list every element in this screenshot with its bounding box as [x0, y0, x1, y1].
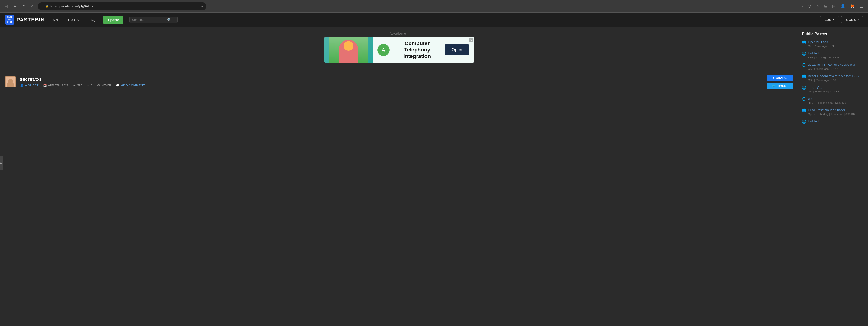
list-item: 🌐 gift HTML 5 | 41 min ago | 13.39 KB: [802, 97, 864, 105]
paste-list-title[interactable]: OpenMP Lab3: [808, 40, 838, 44]
menu-button[interactable]: ☰: [858, 3, 865, 10]
search-icon[interactable]: 🔍: [167, 18, 171, 22]
paste-list-title[interactable]: 45 سکریت: [808, 85, 839, 89]
paste-list-title[interactable]: Untitled: [808, 119, 818, 123]
share-twitter-button[interactable]: 🐦 TWEET: [767, 83, 793, 89]
sidebar: Public Pastes 🌐 OpenMP Lab3 C++ | 1 min …: [798, 27, 868, 132]
list-item: 🌐 Untitled: [802, 119, 864, 124]
paste-expiry-item: ⏱ NEVER: [97, 84, 111, 87]
globe-icon: 🌐: [802, 86, 806, 89]
ad-open-button[interactable]: Open: [445, 45, 469, 55]
header-right: LOGIN SIGN UP: [820, 16, 863, 23]
forward-button[interactable]: ▶: [11, 3, 18, 10]
globe-icon: 🌐: [802, 52, 806, 56]
pocket-button[interactable]: ⬡: [806, 3, 812, 9]
nav-faq[interactable]: FAQ: [87, 17, 97, 23]
paste-list-meta: C++ | 1 min ago | 3.71 KB: [808, 45, 838, 48]
library-button[interactable]: ⊞: [823, 3, 829, 9]
paste-list-title[interactable]: HLSL Passthrough Shader: [808, 108, 855, 112]
paste-list-meta: CSS | 25 min ago | 0.12 KB: [808, 67, 840, 70]
add-comment-link[interactable]: ADD COMMENT: [121, 84, 145, 87]
logo-area[interactable]: 010110100101 PASTEBIN: [5, 15, 45, 25]
search-area: 🔍: [129, 17, 178, 23]
ad-label: Advertisement: [0, 32, 798, 35]
lock-icon: 🔒: [45, 5, 49, 8]
paste-stars-item: ☆ 0: [87, 84, 92, 87]
list-item: 🌐 Untitled PHP | 6 min ago | 0.04 KB: [802, 51, 864, 59]
paste-title: secret.txt: [20, 77, 767, 82]
ad-text: Computer Telephony Integration: [394, 40, 440, 59]
nav-tools[interactable]: TOOLS: [66, 17, 81, 23]
list-item: 🌐 OpenMP Lab3 C++ | 1 min ago | 3.71 KB: [802, 40, 864, 48]
globe-icon: 🌐: [802, 40, 806, 44]
home-button[interactable]: ⌂: [29, 3, 36, 10]
star-icon: ☆: [87, 84, 90, 87]
bookmarks-star-button[interactable]: ☆: [814, 3, 821, 9]
star-icon[interactable]: ☆: [200, 4, 204, 8]
facebook-icon: f: [773, 76, 774, 80]
content-area: Advertisement A Computer Telephony Integ…: [0, 27, 798, 132]
globe-icon: 🌐: [802, 97, 806, 101]
list-item: 🌐 HLSL Passthrough Shader OpenGL Shading…: [802, 108, 864, 116]
list-item: 🌐 45 سکریت Lua | 28 min ago | 7.77 KB: [802, 85, 864, 93]
paste-title-area: secret.txt 👤 A GUEST 📅 APR 6TH, 2022 👁 5…: [20, 77, 767, 87]
logo-icon: 010110100101: [5, 15, 14, 25]
left-sidebar-tab[interactable]: ▶: [0, 156, 3, 170]
calendar-icon: 📅: [43, 84, 47, 87]
paste-info-bar: secret.txt 👤 A GUEST 📅 APR 6TH, 2022 👁 5…: [0, 71, 798, 93]
share-facebook-button[interactable]: f SHARE: [767, 75, 793, 81]
paste-meta: 👤 A GUEST 📅 APR 6TH, 2022 👁 595 ☆ 0: [20, 84, 767, 87]
comment-icon: 💬: [116, 84, 120, 87]
paste-list-meta: CSS | 25 min ago | 0.10 KB: [808, 79, 840, 82]
paste-views: 595: [77, 84, 82, 87]
sidebar-paste-list: 🌐 OpenMP Lab3 C++ | 1 min ago | 3.71 KB …: [802, 40, 864, 124]
ad-person-body: [339, 39, 358, 62]
eye-icon: 👁: [73, 84, 76, 87]
paste-author-link[interactable]: A GUEST: [25, 84, 38, 87]
ad-banner-content: A Computer Telephony Integration Open: [373, 37, 474, 62]
globe-icon: 🌐: [802, 74, 806, 78]
paste-date-item: 📅 APR 6TH, 2022: [43, 84, 68, 87]
paste-comment-item[interactable]: 💬 ADD COMMENT: [116, 84, 145, 87]
paste-expiry: NEVER: [101, 84, 111, 87]
list-item: 🌐 Better Discord revert to old font CSS …: [802, 74, 864, 82]
reader-button[interactable]: ▤: [831, 3, 837, 9]
more-button[interactable]: ···: [798, 3, 804, 9]
refresh-button[interactable]: ↻: [20, 3, 27, 10]
paste-list-meta: OpenGL Shading | 1 hour ago | 0.90 KB: [808, 113, 855, 116]
signup-button[interactable]: SIGN UP: [841, 16, 863, 23]
url-input[interactable]: [50, 4, 199, 8]
ad-close-button[interactable]: ✕: [469, 38, 473, 42]
paste-list-title[interactable]: decathlon.nl - Remove cookie wall: [808, 63, 856, 66]
paste-list-meta: Lua | 28 min ago | 7.77 KB: [808, 90, 839, 93]
search-input[interactable]: [132, 18, 166, 22]
logo-text: PASTEBIN: [17, 17, 45, 23]
ad-banner: A Computer Telephony Integration Open ✕: [324, 37, 474, 62]
list-item: 🌐 decathlon.nl - Remove cookie wall CSS …: [802, 63, 864, 71]
paste-list-title[interactable]: Better Discord revert to old font CSS: [808, 74, 859, 78]
avatar-figure: [5, 77, 15, 87]
back-button[interactable]: ◀: [3, 3, 10, 10]
paste-views-item: 👁 595: [73, 84, 82, 87]
new-paste-button[interactable]: + paste: [103, 16, 123, 24]
user-icon: 👤: [20, 84, 24, 87]
clock-icon: ⏱: [97, 84, 100, 87]
ad-logo: A: [377, 44, 390, 56]
globe-icon: 🌐: [802, 63, 806, 67]
paste-list-meta: PHP | 6 min ago | 0.04 KB: [808, 56, 839, 59]
account-button[interactable]: 👤: [839, 3, 847, 9]
twitter-icon: 🐦: [772, 84, 776, 88]
paste-list-meta: HTML 5 | 41 min ago | 13.39 KB: [808, 102, 845, 104]
address-bar: 🛡 🔒 ☆: [38, 2, 207, 10]
paste-author-item: 👤 A GUEST: [20, 84, 38, 87]
nav-api[interactable]: API: [51, 17, 60, 23]
login-button[interactable]: LOGIN: [820, 16, 839, 23]
ad-section: Advertisement A Computer Telephony Integ…: [0, 27, 798, 66]
paste-list-title[interactable]: gift: [808, 97, 845, 101]
main-container: Advertisement A Computer Telephony Integ…: [0, 27, 868, 132]
share-area: f SHARE 🐦 TWEET: [767, 75, 793, 89]
firefox-logo: 🦊: [849, 3, 857, 9]
paste-list-title[interactable]: Untitled: [808, 51, 839, 55]
globe-icon: 🌐: [802, 120, 806, 124]
ad-banner-image: [324, 37, 373, 62]
